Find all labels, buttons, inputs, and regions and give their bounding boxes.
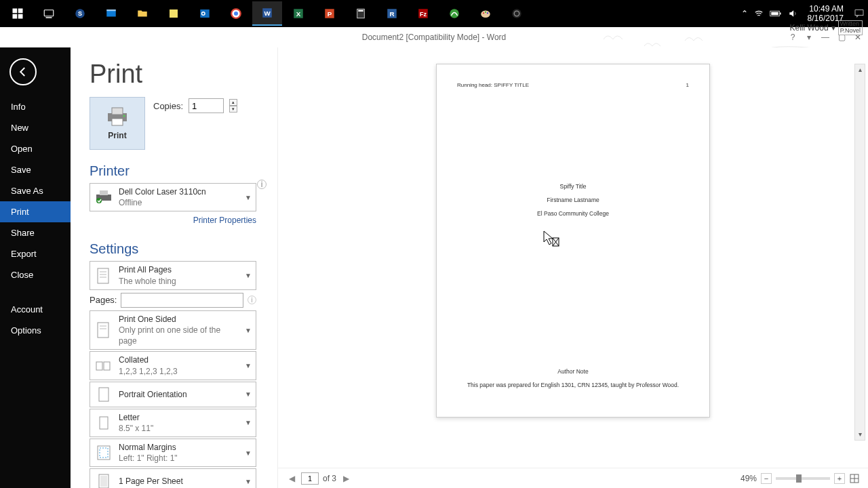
svg-rect-47 (98, 268, 108, 283)
orientation-select[interactable]: Portrait Orientation ▼ (90, 382, 256, 407)
tray-battery-icon[interactable] (770, 9, 782, 18)
user-label[interactable]: Kelli Wood▾ WrittenP.Novel (790, 20, 863, 35)
svg-point-16 (234, 12, 238, 16)
tray-chevron-icon[interactable]: ⌃ (741, 9, 748, 18)
nav-account[interactable]: Account (0, 299, 71, 320)
chevron-down-icon: ▼ (245, 194, 252, 201)
fit-to-window-button[interactable] (849, 473, 860, 484)
copies-spinner[interactable]: ▴▾ (229, 99, 237, 113)
titlebar: Document2 [Compatibility Mode] - Word ? … (0, 27, 868, 47)
one-page-icon (94, 472, 113, 488)
running-head: Running head: SPIFFY TITLE (457, 82, 529, 88)
svg-point-31 (483, 12, 484, 14)
taskbar: S W X P R Fz ⌃ 10:49 AM 8/16/2017 (0, 0, 868, 27)
cursor-busy-icon (542, 230, 560, 247)
print-preview: Running head: SPIFFY TITLE 1 Spiffy Titl… (278, 47, 868, 488)
nav-close[interactable]: Close (0, 264, 71, 285)
pages-per-sheet-select[interactable]: 1 Page Per Sheet ▼ (90, 468, 256, 488)
margins-select[interactable]: Normal MarginsLeft: 1" Right: 1" ▼ (90, 439, 256, 467)
nav-info[interactable]: Info (0, 96, 71, 117)
pages-label: Pages: (90, 295, 117, 305)
pages-info-icon[interactable]: i (248, 296, 256, 304)
nav-options[interactable]: Options (0, 320, 71, 341)
svg-rect-5 (46, 17, 52, 18)
zoom-out-button[interactable]: − (761, 473, 772, 484)
svg-rect-55 (104, 362, 110, 370)
back-button[interactable] (9, 58, 37, 85)
app-green-icon[interactable] (439, 1, 469, 26)
print-heading: Print (90, 60, 277, 89)
print-range-select[interactable]: Print All PagesThe whole thing ▼ (90, 261, 256, 289)
obs-icon[interactable] (502, 1, 532, 26)
svg-text:Fz: Fz (420, 11, 427, 18)
svg-rect-10 (170, 9, 178, 18)
file-explorer-icon[interactable] (127, 1, 157, 26)
print-button[interactable]: Print (90, 97, 145, 150)
svg-rect-24 (358, 10, 363, 12)
printer-properties-link[interactable]: Printer Properties (90, 213, 256, 228)
pages-input[interactable] (121, 293, 243, 308)
author-note-text: This paper was prepared for English 1301… (457, 382, 689, 388)
printer-icon (105, 106, 130, 127)
chevron-down-icon: ▼ (245, 419, 252, 426)
svg-rect-3 (18, 14, 23, 19)
start-button[interactable] (3, 1, 33, 26)
margins-icon (94, 443, 113, 462)
zoom-slider[interactable] (776, 477, 830, 480)
nav-save[interactable]: Save (0, 159, 71, 180)
nav-open[interactable]: Open (0, 138, 71, 159)
next-page-button[interactable]: ▶ (340, 473, 351, 484)
print-pane: Print Print Copies: ▴▾ Printer i (71, 47, 278, 488)
svg-point-29 (450, 9, 459, 18)
sides-select[interactable]: Print One SidedOnly print on one side of… (90, 310, 256, 350)
window-title: Document2 [Compatibility Mode] - Word (362, 33, 507, 42)
revit-icon[interactable]: R (377, 1, 407, 26)
edge-icon[interactable] (96, 1, 126, 26)
svg-text:P: P (328, 10, 332, 18)
svg-point-43 (123, 115, 125, 117)
preview-scrollbar[interactable]: ▴ ▾ (854, 64, 865, 441)
calculator-icon[interactable] (346, 1, 376, 26)
copies-input[interactable] (189, 98, 224, 113)
word-icon[interactable]: W (252, 1, 282, 26)
svg-text:W: W (264, 9, 271, 17)
sticky-notes-icon[interactable] (159, 1, 189, 26)
svg-rect-57 (100, 417, 108, 429)
svg-rect-41 (112, 108, 123, 115)
collate-select[interactable]: Collated1,2,3 1,2,3 1,2,3 ▼ (90, 351, 256, 380)
doc-school: El Paso Community College (457, 210, 689, 217)
tray-wifi-icon[interactable] (753, 9, 764, 18)
doc-author: Firstname Lastname (457, 197, 689, 203)
printer-info-icon[interactable]: i (257, 180, 267, 189)
nav-share[interactable]: Share (0, 222, 71, 243)
nav-export[interactable]: Export (0, 243, 71, 264)
printer-device-icon (94, 188, 113, 207)
nav-new[interactable]: New (0, 117, 71, 138)
skype-icon[interactable]: S (65, 1, 95, 26)
nav-save-as[interactable]: Save As (0, 180, 71, 201)
chrome-icon[interactable] (221, 1, 251, 26)
printer-select[interactable]: Dell Color Laser 3110cn Offline ▼ (90, 183, 256, 211)
paint-icon[interactable] (471, 1, 500, 26)
action-center-icon[interactable] (853, 8, 865, 19)
excel-icon[interactable]: X (283, 1, 313, 26)
powerpoint-icon[interactable]: P (315, 1, 344, 26)
chevron-down-icon: ▼ (245, 327, 252, 334)
svg-rect-45 (100, 190, 108, 195)
nav-print[interactable]: Print (0, 201, 71, 222)
svg-text:S: S (78, 10, 82, 17)
outlook-icon[interactable] (190, 1, 220, 26)
svg-rect-2 (13, 14, 18, 19)
chevron-down-icon: ▼ (245, 362, 252, 369)
svg-rect-0 (13, 9, 18, 14)
svg-rect-4 (44, 10, 54, 16)
svg-rect-1 (18, 9, 23, 14)
filezilla-icon[interactable]: Fz (408, 1, 438, 26)
tray-volume-icon[interactable] (787, 9, 798, 18)
svg-rect-9 (106, 9, 116, 11)
task-view-icon[interactable] (34, 1, 64, 26)
zoom-in-button[interactable]: + (834, 473, 845, 484)
paper-size-select[interactable]: Letter8.5" x 11" ▼ (90, 409, 256, 437)
prev-page-button[interactable]: ◀ (286, 473, 297, 484)
current-page-input[interactable] (301, 472, 319, 485)
